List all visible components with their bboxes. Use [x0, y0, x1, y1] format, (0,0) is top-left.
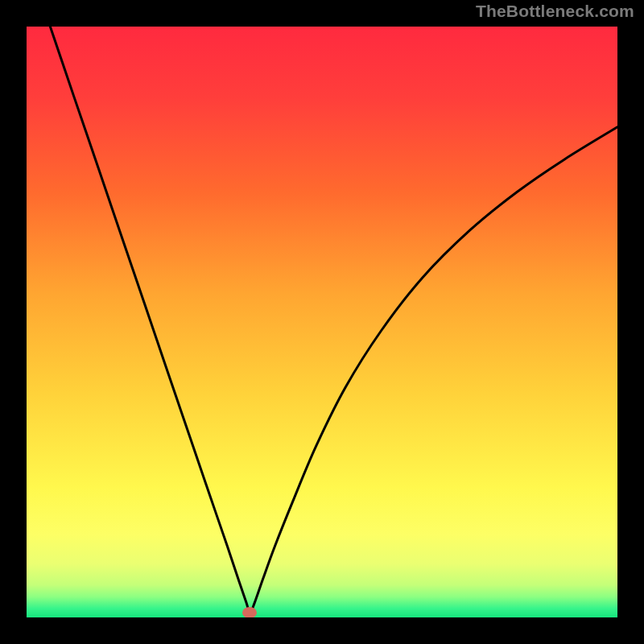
chart-frame: TheBottleneck.com — [0, 0, 644, 644]
plot-area — [27, 27, 617, 617]
attribution-text: TheBottleneck.com — [476, 2, 634, 21]
bottleneck-curve — [27, 27, 617, 617]
